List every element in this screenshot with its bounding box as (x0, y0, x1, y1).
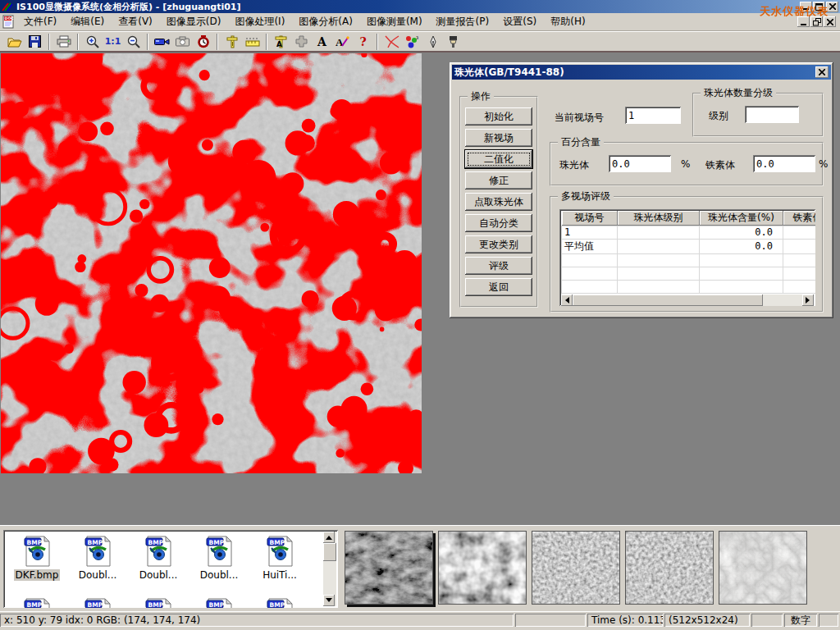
dialog-close-icon[interactable] (815, 66, 829, 78)
thumbnail-3[interactable] (532, 531, 620, 605)
pick-pearlite-button[interactable]: 点取珠光体 (465, 193, 532, 211)
dialog-title-bar[interactable]: 珠光体(GB/T9441-88) (452, 65, 831, 80)
file-list-vscrollbar[interactable] (323, 532, 336, 606)
grade-input[interactable] (745, 106, 799, 123)
table-row[interactable]: 平均值 0.0 (562, 239, 816, 253)
caliper-text-icon[interactable]: A (271, 33, 291, 51)
file-item[interactable]: BMP (67, 597, 128, 608)
child-close-button[interactable] (824, 16, 836, 27)
text-annotation-icon[interactable]: A (312, 33, 332, 51)
binarize-button[interactable]: 二值化 (465, 150, 532, 168)
curve-tool-icon[interactable] (381, 33, 402, 51)
thumbnail-4[interactable] (625, 531, 714, 605)
bmp-file-icon[interactable]: BMP (83, 597, 112, 608)
scroll-down-icon[interactable] (323, 595, 335, 606)
thumbnail-1[interactable] (345, 531, 433, 605)
zoom-out-icon[interactable] (123, 33, 144, 51)
bmp-file-icon[interactable]: BMP (265, 535, 294, 568)
print-icon[interactable] (53, 33, 74, 51)
file-name[interactable]: HuiTi... (261, 569, 299, 581)
return-button[interactable]: 返回 (465, 278, 532, 296)
document-icon[interactable]: DOC (2, 15, 16, 29)
menu-image-analysis[interactable]: 图像分析(A) (292, 13, 359, 30)
menu-file[interactable]: 文件(F) (17, 13, 63, 30)
actual-size-icon[interactable]: 1:1 (103, 33, 123, 51)
file-name[interactable]: DKF.bmp (14, 569, 61, 581)
thumbnail-2[interactable] (438, 531, 527, 605)
bmp-file-icon[interactable]: BMP (83, 535, 112, 568)
text-edit-icon[interactable]: A (332, 33, 353, 51)
close-button[interactable] (826, 2, 838, 12)
bmp-file-icon[interactable]: BMP (204, 535, 234, 568)
file-item[interactable]: BMP DKF.bmp (7, 535, 67, 581)
new-field-button[interactable]: 新视场 (465, 129, 532, 147)
menu-measure-report[interactable]: 测量报告(P) (430, 13, 496, 30)
auto-classify-button[interactable]: 自动分类 (465, 214, 532, 232)
metallographic-image[interactable] (1, 53, 422, 473)
pattern-cross-icon[interactable] (291, 33, 312, 51)
scroll-up-icon[interactable] (323, 532, 335, 543)
timer-clock-icon[interactable] (193, 33, 213, 51)
current-field-input[interactable] (625, 107, 681, 124)
rating-table[interactable]: 视场号 珠光体级别 珠光体含量(%) 铁素体 1 0.0 平均值 0.0 (559, 209, 815, 306)
maximize-button[interactable] (813, 2, 825, 12)
pearlite-percent-input[interactable] (609, 155, 671, 172)
col-ferrite[interactable]: 铁素体 (783, 211, 816, 226)
correct-button[interactable]: 修正 (465, 171, 532, 189)
bmp-file-icon[interactable]: BMP (22, 535, 52, 568)
menu-settings[interactable]: 设置(S) (496, 13, 543, 30)
file-item[interactable]: BMP (128, 597, 189, 608)
bmp-file-icon[interactable]: BMP (144, 597, 173, 608)
bmp-file-icon[interactable]: BMP (144, 535, 173, 568)
pen-tool-icon[interactable] (422, 33, 443, 51)
file-item[interactable]: BMP Doubl... (189, 535, 249, 581)
save-icon[interactable] (25, 33, 45, 51)
ferrite-percent-input[interactable] (753, 155, 815, 172)
file-item[interactable]: BMP Doubl... (128, 535, 189, 581)
table-hscrollbar[interactable] (561, 294, 814, 306)
file-name[interactable]: Doubl... (77, 569, 119, 581)
col-field-no[interactable]: 视场号 (562, 211, 618, 226)
file-item[interactable]: BMP (249, 597, 310, 608)
caliper-icon[interactable] (221, 33, 242, 51)
bmp-file-icon[interactable]: BMP (204, 597, 234, 608)
table-row[interactable]: 1 0.0 (562, 226, 816, 239)
classify-points-icon[interactable]: 3 (402, 33, 422, 51)
file-item[interactable]: BMP (189, 597, 249, 608)
scrollbar-thumb[interactable] (323, 543, 336, 561)
minimize-button[interactable] (800, 2, 812, 12)
menu-image-measure[interactable]: 图像测量(M) (360, 13, 429, 30)
file-item[interactable]: BMP (7, 597, 67, 608)
video-camera-icon[interactable] (152, 33, 172, 51)
change-class-button[interactable]: 更改类别 (465, 235, 532, 253)
menu-edit[interactable]: 编辑(E) (64, 13, 111, 30)
menu-image-display[interactable]: 图像显示(D) (160, 13, 228, 30)
file-list[interactable]: BMP DKF.bmp BMP Doubl... BMP Doubl... (3, 530, 338, 608)
zoom-in-icon[interactable] (82, 33, 103, 51)
menu-view[interactable]: 查看(V) (112, 13, 159, 30)
file-item[interactable]: BMP HuiTi... (249, 535, 310, 581)
pearlite-dialog[interactable]: 珠光体(GB/T9441-88) 操作 初始化 新视场 二值化 修正 点取珠光体… (450, 62, 833, 318)
help-icon[interactable]: ? (353, 33, 373, 51)
menu-image-processing[interactable]: 图像处理(I) (228, 13, 291, 30)
child-restore-button[interactable] (810, 16, 823, 27)
col-pearlite-content[interactable]: 珠光体含量(%) (700, 211, 783, 226)
open-icon[interactable] (4, 33, 25, 51)
initialize-button[interactable]: 初始化 (465, 107, 532, 126)
bmp-file-icon[interactable]: BMP (22, 597, 52, 608)
bmp-file-icon[interactable]: BMP (265, 597, 294, 608)
camera-capture-icon[interactable] (172, 33, 193, 51)
file-name[interactable]: Doubl... (199, 569, 240, 581)
col-pearlite-grade[interactable]: 珠光体级别 (618, 211, 700, 226)
file-name[interactable]: Doubl... (138, 569, 180, 581)
scrollbar-thumb[interactable] (573, 294, 763, 306)
menu-help[interactable]: 帮助(H) (544, 13, 591, 30)
child-minimize-button[interactable] (797, 16, 810, 27)
brush-tool-icon[interactable] (443, 33, 463, 51)
scroll-right-icon[interactable] (802, 294, 814, 306)
rate-button[interactable]: 评级 (465, 257, 532, 275)
measure-ruler-icon[interactable] (242, 33, 262, 51)
thumbnail-5[interactable] (719, 531, 807, 605)
file-item[interactable]: BMP Doubl... (67, 535, 128, 581)
scroll-left-icon[interactable] (561, 294, 573, 306)
